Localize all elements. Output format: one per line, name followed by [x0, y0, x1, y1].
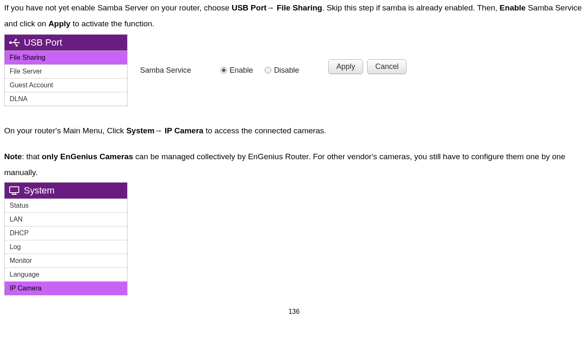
bold-only-engenius: only EnGenius Cameras	[42, 152, 133, 161]
cancel-button[interactable]: Cancel	[367, 59, 406, 74]
system-menu-item[interactable]: LAN	[5, 212, 127, 226]
page-number: 136	[4, 308, 584, 316]
radio-selected-icon	[220, 67, 227, 74]
radio-label: Disable	[274, 66, 299, 75]
system-menu-item[interactable]: Status	[5, 199, 127, 212]
system-menu-item[interactable]: DHCP	[5, 226, 127, 240]
radio-unselected-icon	[265, 67, 271, 74]
usb-menu-item[interactable]: DLNA	[5, 92, 127, 106]
text: to activate the function.	[70, 19, 154, 28]
system-menu-item[interactable]: Monitor	[5, 254, 127, 267]
monitor-icon	[9, 186, 20, 195]
usb-port-menu: USB Port File SharingFile ServerGuest Ac…	[4, 34, 128, 106]
text: On your router's Main Menu, Click	[4, 126, 126, 135]
bold-apply: Apply	[49, 19, 71, 28]
arrow-icon: →	[155, 126, 163, 135]
usb-port-menu-title: USB Port	[24, 37, 62, 48]
samba-service-label: Samba Service	[140, 66, 191, 75]
samba-enable-option[interactable]: Enable	[220, 66, 253, 75]
svg-marker-6	[19, 41, 20, 44]
apply-cancel-buttons: Apply Cancel	[328, 59, 406, 74]
figure-system-menu: System StatusLANDHCPLogMonitorLanguageIP…	[4, 182, 584, 295]
usb-icon	[9, 38, 20, 47]
svg-rect-7	[10, 187, 19, 193]
paragraph-note: Note: that only EnGenius Cameras can be …	[4, 149, 584, 181]
arrow-icon: →	[266, 3, 274, 12]
text: to access the connected cameras.	[203, 126, 326, 135]
bold-ip-camera: IP Camera	[163, 126, 204, 135]
text: : that	[22, 152, 42, 161]
bold-system: System	[126, 126, 155, 135]
text: If you have not yet enable Samba Server …	[4, 3, 232, 12]
samba-radio-group: Enable Disable	[220, 66, 299, 75]
usb-menu-item[interactable]: Guest Account	[5, 78, 127, 92]
samba-service-setting: Samba Service Enable Disable	[140, 66, 299, 75]
system-menu-item[interactable]: Log	[5, 240, 127, 254]
bold-note: Note	[4, 152, 22, 161]
samba-disable-option[interactable]: Disable	[265, 66, 299, 75]
system-menu-item[interactable]: IP Camera	[5, 281, 127, 295]
text: . Skip this step if samba is already ena…	[322, 3, 499, 12]
apply-button[interactable]: Apply	[328, 59, 363, 74]
bold-usb-port: USB Port	[232, 3, 266, 12]
figure-usb-samba: USB Port File SharingFile ServerGuest Ac…	[4, 34, 584, 106]
system-menu: System StatusLANDHCPLogMonitorLanguageIP…	[4, 182, 128, 295]
usb-port-menu-header: USB Port	[5, 35, 127, 51]
bold-file-sharing: File Sharing	[274, 3, 322, 12]
paragraph-samba-instructions: If you have not yet enable Samba Server …	[4, 0, 584, 32]
system-menu-title: System	[24, 185, 54, 196]
usb-menu-item[interactable]: File Sharing	[5, 51, 127, 64]
svg-rect-3	[15, 39, 17, 41]
svg-point-5	[16, 45, 18, 47]
paragraph-ip-camera-access: On your router's Main Menu, Click System…	[4, 123, 584, 139]
bold-enable: Enable	[500, 3, 526, 12]
system-menu-header: System	[5, 183, 127, 199]
usb-menu-item[interactable]: File Server	[5, 64, 127, 78]
system-menu-item[interactable]: Language	[5, 267, 127, 281]
radio-label: Enable	[230, 66, 253, 75]
